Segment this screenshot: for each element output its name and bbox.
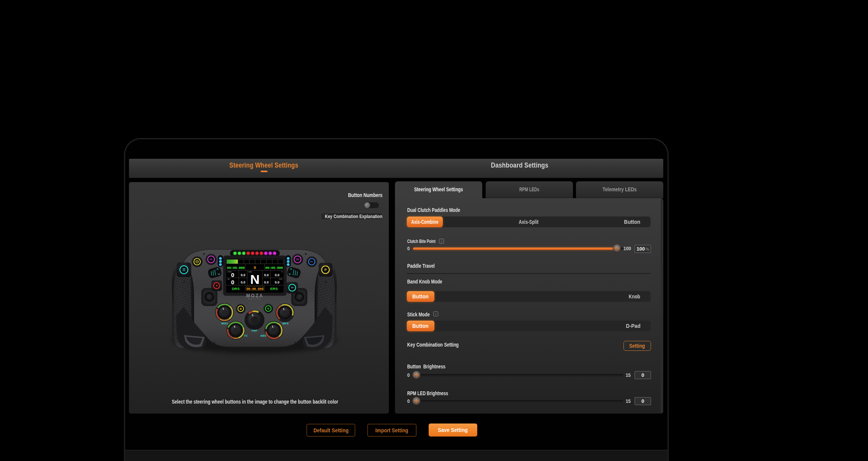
svg-text:LAP: LAP (227, 279, 230, 280)
svg-text:DRS: DRS (232, 287, 240, 291)
svg-text:RACING: RACING (248, 298, 262, 300)
svg-text:FUEL: FUEL (279, 279, 282, 280)
svg-text:TC: TC (244, 334, 248, 337)
svg-text:P: P (324, 268, 326, 272)
svg-text:0.0: 0.0 (275, 273, 279, 277)
svg-text:MGU: MGU (221, 322, 228, 325)
svg-text:00:00.000: 00:00.000 (265, 266, 283, 270)
svg-text:IR: IR (281, 271, 283, 273)
svg-text:0.0: 0.0 (241, 280, 245, 284)
svg-text:N: N (250, 272, 260, 287)
svg-text:0.0: 0.0 (264, 280, 269, 284)
svg-text:ERS: ERS (270, 287, 278, 291)
svg-text:PRF: PRF (252, 329, 258, 332)
svg-text:0: 0 (254, 266, 256, 270)
svg-text:0.0: 0.0 (275, 280, 279, 284)
svg-text:0: 0 (231, 279, 234, 285)
svg-text:S2: S2 (296, 258, 299, 261)
svg-text:MFS: MFS (282, 322, 289, 325)
svg-text:ABS: ABS (260, 334, 266, 337)
svg-text:0.0: 0.0 (241, 273, 245, 277)
svg-text:MOZA: MOZA (246, 293, 263, 298)
svg-text:N: N (267, 307, 269, 310)
svg-text:FL: FL (310, 261, 313, 263)
svg-text:R: R (240, 308, 241, 310)
svg-text:00:00.000: 00:00.000 (246, 287, 263, 291)
svg-text:00:00.000: 00:00.000 (227, 266, 245, 270)
svg-text:0.0: 0.0 (264, 273, 269, 277)
svg-text:S1: S1 (210, 258, 213, 261)
svg-text:TP: TP (291, 287, 294, 289)
svg-text:☰: ☰ (182, 268, 185, 272)
svg-text:0: 0 (231, 272, 234, 278)
svg-text:B: B (215, 284, 217, 287)
